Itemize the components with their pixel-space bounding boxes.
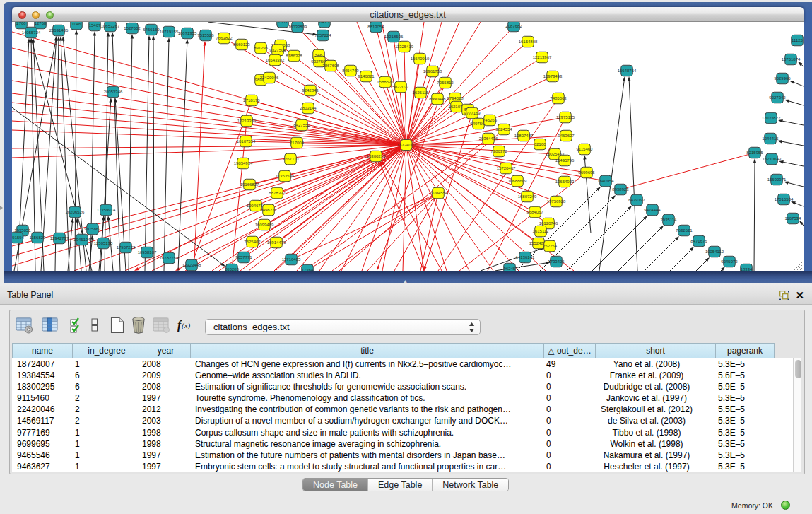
svg-text:10107554: 10107554 <box>237 139 256 144</box>
svg-text:20691406: 20691406 <box>49 28 69 33</box>
svg-text:12975115: 12975115 <box>556 115 575 119</box>
svg-text:9529966: 9529966 <box>774 76 791 81</box>
svg-text:10054112: 10054112 <box>705 250 724 254</box>
svg-text:7515526: 7515526 <box>197 33 214 37</box>
svg-text:11325419: 11325419 <box>395 45 414 49</box>
svg-text:3267110: 3267110 <box>283 157 300 161</box>
svg-text:9327506: 9327506 <box>269 48 286 52</box>
svg-text:2718170: 2718170 <box>243 98 260 103</box>
svg-text:12213369: 12213369 <box>237 119 257 123</box>
svg-text:8435: 8435 <box>319 22 329 24</box>
svg-text:2766: 2766 <box>16 22 26 25</box>
svg-text:15751074: 15751074 <box>782 57 801 62</box>
svg-text:15467: 15467 <box>89 23 101 28</box>
svg-text:12505135: 12505135 <box>94 241 113 245</box>
svg-text:1733426: 1733426 <box>548 259 565 264</box>
svg-text:1945194: 1945194 <box>73 238 90 242</box>
svg-text:6479197: 6479197 <box>628 198 645 202</box>
svg-text:10719155: 10719155 <box>160 30 179 34</box>
svg-text:11125: 11125 <box>792 38 803 42</box>
svg-text:16782759: 16782759 <box>160 256 179 260</box>
svg-text:746266: 746266 <box>483 118 498 122</box>
svg-text:7663822: 7663822 <box>216 36 233 40</box>
svg-text:1156829: 1156829 <box>30 235 47 240</box>
svg-text:16210643: 16210643 <box>763 157 782 161</box>
svg-text:10807487: 10807487 <box>514 134 534 138</box>
svg-text:10688609: 10688609 <box>508 179 527 183</box>
svg-text:9975867: 9975867 <box>84 227 101 231</box>
svg-text:17359914: 17359914 <box>97 208 116 212</box>
svg-text:9684067: 9684067 <box>526 210 543 214</box>
svg-text:1588520: 1588520 <box>377 80 394 84</box>
svg-text:8990448: 8990448 <box>429 97 446 101</box>
svg-text:8878332: 8878332 <box>269 191 286 195</box>
svg-text:1626115: 1626115 <box>413 90 430 95</box>
svg-text:1553: 1553 <box>278 22 288 24</box>
svg-text:15716485: 15716485 <box>282 257 301 262</box>
svg-text:891295: 891295 <box>254 46 269 50</box>
svg-text:20053346: 20053346 <box>104 90 123 94</box>
svg-text:19218506: 19218506 <box>384 35 404 39</box>
svg-text:3824554: 3824554 <box>495 127 512 132</box>
svg-text:8454749: 8454749 <box>342 69 359 73</box>
svg-text:19756928: 19756928 <box>547 199 566 204</box>
svg-text:12033822: 12033822 <box>762 116 781 120</box>
svg-text:16648764: 16648764 <box>618 69 637 73</box>
svg-text:8660123: 8660123 <box>233 42 250 47</box>
svg-text:20364436: 20364436 <box>479 136 498 141</box>
svg-text:16099489: 16099489 <box>255 223 274 227</box>
svg-text:9245072: 9245072 <box>721 259 738 264</box>
svg-text:1640954: 1640954 <box>597 179 614 183</box>
svg-text:1527602: 1527602 <box>124 26 141 30</box>
svg-text:12213967: 12213967 <box>533 55 552 59</box>
svg-text:14136141: 14136141 <box>516 255 535 259</box>
svg-text:8471676: 8471676 <box>690 239 707 243</box>
svg-text:9699695: 9699695 <box>578 170 595 175</box>
svg-text:8215955: 8215955 <box>746 151 763 155</box>
svg-text:62160: 62160 <box>534 142 546 146</box>
svg-text:391594: 391594 <box>12 235 25 240</box>
svg-text:7632621: 7632621 <box>676 228 693 233</box>
svg-text:6466160: 6466160 <box>143 28 160 32</box>
svg-text:15720407: 15720407 <box>497 166 516 170</box>
svg-text:10973493: 10973493 <box>543 74 563 78</box>
svg-text:9227342: 9227342 <box>769 95 786 100</box>
svg-text:12923448: 12923448 <box>182 263 201 267</box>
svg-text:7955812: 7955812 <box>437 81 454 85</box>
svg-text:15300213: 15300213 <box>367 154 386 158</box>
svg-text:17016504: 17016504 <box>775 197 794 201</box>
svg-text:19854934: 19854934 <box>234 161 253 165</box>
svg-text:16914479: 16914479 <box>267 240 286 245</box>
svg-text:16120746: 16120746 <box>539 221 558 226</box>
svg-text:14055724: 14055724 <box>22 30 41 35</box>
svg-text:15692971: 15692971 <box>767 177 787 182</box>
svg-text:9657771: 9657771 <box>235 255 252 259</box>
svg-text:9242843: 9242843 <box>302 88 319 93</box>
svg-text:7625402: 7625402 <box>244 240 261 244</box>
svg-text:12768: 12768 <box>35 22 47 25</box>
svg-text:2867608: 2867608 <box>322 64 339 68</box>
svg-text:16807249: 16807249 <box>518 194 537 199</box>
svg-text:16543382: 16543382 <box>266 58 285 62</box>
svg-text:2935114: 2935114 <box>661 218 678 222</box>
svg-text:9777169: 9777169 <box>464 111 481 115</box>
svg-text:16154808: 16154808 <box>519 40 538 44</box>
svg-text:9498222: 9498222 <box>260 208 277 212</box>
svg-text:17957223: 17957223 <box>117 245 136 250</box>
svg-text:18724007: 18724007 <box>397 143 416 147</box>
svg-text:1167534: 1167534 <box>785 216 802 221</box>
svg-text:16961758: 16961758 <box>423 69 442 74</box>
svg-text:8938923: 8938923 <box>612 187 629 192</box>
svg-text:16640910: 16640910 <box>411 57 430 61</box>
svg-text:8813054: 8813054 <box>367 25 384 29</box>
svg-text:(x): (x) <box>182 321 191 330</box>
svg-text:20206526: 20206526 <box>66 210 85 214</box>
svg-text:11353594: 11353594 <box>276 174 295 178</box>
svg-text:252254: 252254 <box>543 244 558 248</box>
svg-text:2803144: 2803144 <box>300 106 317 110</box>
svg-text:7386372: 7386372 <box>490 149 507 153</box>
svg-text:8186328: 8186328 <box>286 54 302 58</box>
svg-text:19166827: 19166827 <box>240 182 259 187</box>
svg-text:7857224: 7857224 <box>314 33 331 37</box>
svg-text:2087682: 2087682 <box>505 24 522 28</box>
